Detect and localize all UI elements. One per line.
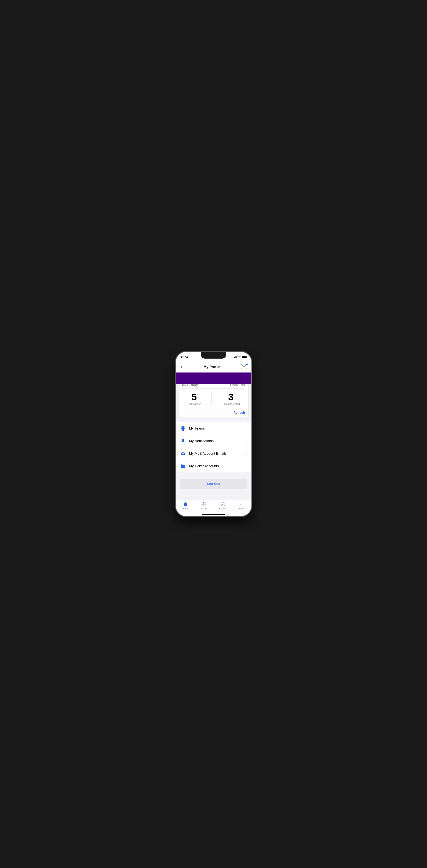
bell-icon <box>180 438 186 444</box>
notch <box>201 352 226 359</box>
stats-row: 5 Teams Seen 3 Ballparks Visted <box>182 390 245 408</box>
svg-point-10 <box>241 504 242 505</box>
menu-section: My Teams › My Notifications › <box>176 422 251 472</box>
menu-item-my-teams[interactable]: My Teams › <box>176 422 251 435</box>
mlb-mail-icon <box>180 451 186 457</box>
my-mlb-emails-label: My MLB Account Emails <box>189 452 246 456</box>
teams-seen-stat: 5 Teams Seen <box>187 393 201 405</box>
purple-banner <box>176 372 251 384</box>
my-ticket-accounts-label: My Ticket Accounts <box>189 464 246 468</box>
ballparks-count: 3 <box>228 393 234 402</box>
rockies-icon: R <box>220 502 225 507</box>
my-ticket-accounts-chevron: › <box>246 464 247 468</box>
tab-more-label: More <box>239 507 244 509</box>
tab-rockies-label: Rockies <box>219 507 227 509</box>
stats-divider <box>211 393 212 405</box>
ticket-icon <box>180 463 186 469</box>
tab-home-label: Home <box>182 507 188 509</box>
ballparks-label: Ballparks Visted <box>222 402 240 405</box>
my-notifications-chevron: › <box>246 439 247 443</box>
signal-bars-icon <box>233 356 237 359</box>
tab-rockies[interactable]: R Rockies <box>214 502 232 509</box>
my-teams-label: My Teams <box>189 427 246 431</box>
history-card-header: My History 8 Check-Ins <box>182 384 245 387</box>
menu-item-my-mlb-emails[interactable]: My MLB Account Emails › <box>176 447 251 460</box>
status-time: 12:00 <box>181 356 188 359</box>
ballparks-stat: 3 Ballparks Visted <box>222 393 240 405</box>
svg-text:R: R <box>222 503 224 505</box>
menu-item-my-ticket-accounts[interactable]: My Ticket Accounts › <box>176 460 251 472</box>
refresh-row: Refresh <box>182 409 245 414</box>
status-icons <box>233 356 247 359</box>
menu-item-my-notifications[interactable]: My Notifications › <box>176 435 251 447</box>
logout-section: Log Out <box>176 473 251 495</box>
back-button[interactable]: ‹ <box>180 364 183 370</box>
my-mlb-emails-chevron: › <box>246 452 247 456</box>
logout-button[interactable]: Log Out <box>180 479 247 489</box>
checkins-label: 8 Check-Ins <box>227 384 245 387</box>
jersey-icon <box>180 425 186 432</box>
history-title: My History <box>182 384 198 387</box>
phone-frame: 12:00 ‹ My Profile <box>176 351 252 517</box>
my-teams-chevron: › <box>246 427 247 431</box>
history-card: My History 8 Check-Ins 5 Teams Seen 3 Ba… <box>179 384 248 417</box>
home-indicator <box>202 514 225 515</box>
tab-home[interactable]: Home <box>176 502 195 509</box>
tickets-icon <box>202 502 207 507</box>
tab-tickets[interactable]: Tickets <box>195 502 214 509</box>
teams-seen-count: 5 <box>192 393 197 402</box>
tab-bar: Home Tickets R Rockies <box>176 500 251 516</box>
mail-button[interactable] <box>241 364 247 370</box>
svg-point-11 <box>243 504 243 505</box>
my-notifications-label: My Notifications <box>189 439 246 443</box>
more-icon <box>239 502 244 507</box>
page-title: My Profile <box>204 365 220 369</box>
battery-icon <box>242 356 247 359</box>
teams-seen-label: Teams Seen <box>187 402 201 405</box>
refresh-button[interactable]: Refresh <box>234 411 245 414</box>
tab-more[interactable]: More <box>232 502 251 509</box>
svg-point-9 <box>240 504 241 505</box>
tab-tickets-label: Tickets <box>201 507 207 509</box>
home-icon <box>183 502 188 507</box>
nav-header: ‹ My Profile <box>176 361 251 372</box>
mail-notification-badge <box>246 363 248 365</box>
wifi-icon <box>238 356 241 359</box>
main-content: My History 8 Check-Ins 5 Teams Seen 3 Ba… <box>176 384 251 501</box>
